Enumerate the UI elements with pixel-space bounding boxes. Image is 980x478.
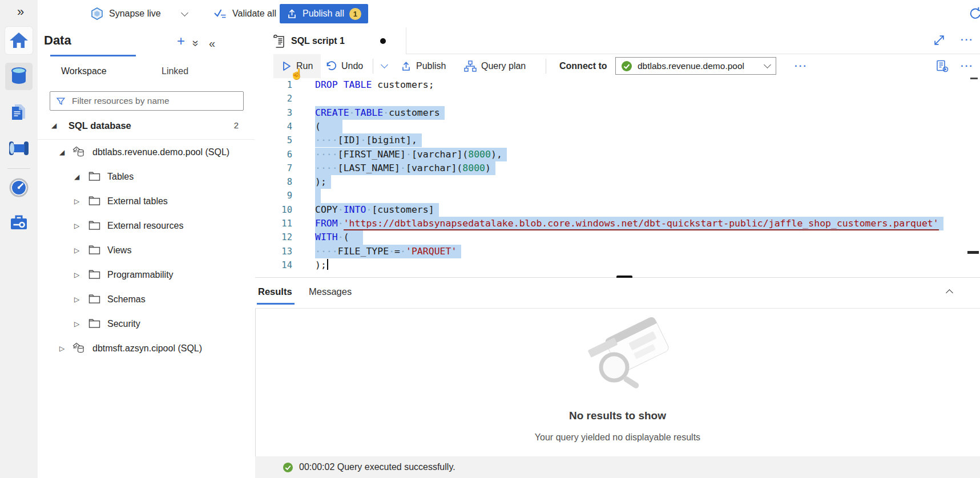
publish-icon <box>401 61 412 72</box>
code-line-8[interactable]: ); <box>315 175 331 189</box>
twisty-collapsed-icon[interactable]: ▷ <box>74 222 79 230</box>
line-number-12: 12 <box>255 230 292 244</box>
success-check-icon <box>283 462 293 473</box>
tree-item-label: dbtmsft.azsyn.cipool (SQL) <box>92 343 202 354</box>
tree-item-label: External tables <box>107 196 168 206</box>
tree-item-schemas[interactable]: ▷Schemas <box>38 289 255 313</box>
line-number-8: 8 <box>255 175 292 189</box>
twisty-expanded-icon[interactable]: ◢ <box>51 121 57 129</box>
tree-item-label: dbtlabs.revenue.demo.pool (SQL) <box>92 147 229 157</box>
twisty-collapsed-icon[interactable]: ▷ <box>74 320 79 328</box>
tree-item-count: 2 <box>234 120 239 130</box>
code-line-1[interactable]: DROP TABLE customers; <box>315 78 434 92</box>
collapse-results-button[interactable] <box>947 287 955 295</box>
tree-item-label: Schemas <box>107 294 146 305</box>
tree-item-programmability[interactable]: ▷Programmability <box>38 264 255 289</box>
tree-item-label: Programmability <box>107 270 174 280</box>
line-number-6: 6 <box>255 148 292 161</box>
line-number-2: 2 <box>255 92 292 106</box>
code-line-9[interactable] <box>315 189 321 202</box>
query-plan-button[interactable]: Query plan <box>464 54 526 78</box>
tab-more-actions[interactable]: ··· <box>961 34 974 46</box>
line-number-1: 1 <box>255 78 292 92</box>
line-number-5: 5 <box>255 133 292 147</box>
line-number-4: 4 <box>255 120 292 133</box>
code-line-11[interactable]: FROM·'https://dbtlabsynapsedatalake.blob… <box>315 217 943 230</box>
publish-label: Publish <box>416 61 446 71</box>
sql-pool-icon <box>72 342 86 354</box>
undo-button[interactable]: Undo <box>325 54 363 78</box>
twisty-collapsed-icon[interactable]: ▷ <box>74 197 79 205</box>
connect-to-label: Connect to <box>559 61 607 71</box>
unsaved-changes-dot <box>380 38 386 44</box>
editor-tab-title: SQL script 1 <box>291 36 345 46</box>
tree-item-label: External resources <box>107 221 183 231</box>
toolbar-divider <box>546 59 546 74</box>
line-number-13: 13 <box>255 245 292 258</box>
folder-icon <box>88 294 100 304</box>
code-line-13[interactable]: ····FILE_TYPE·=·'PARQUET' <box>315 245 461 258</box>
code-line-14[interactable]: ); <box>315 258 328 272</box>
code-line-5[interactable]: ····[ID]·[bigint], <box>315 133 422 147</box>
line-number-9: 9 <box>255 189 292 202</box>
twisty-expanded-icon[interactable]: ◢ <box>74 173 79 181</box>
undo-icon <box>325 61 337 72</box>
sql-pool-icon <box>72 145 86 158</box>
tree-item-label: SQL database <box>68 120 131 131</box>
tree-item-tables[interactable]: ◢Tables <box>38 166 255 191</box>
tree-item-dbtmsft-azsyn-cipool-sql[interactable]: ▷dbtmsft.azsyn.cipool (SQL) <box>38 338 255 362</box>
line-number-11: 11 <box>255 217 292 230</box>
code-line-3[interactable]: CREATE·TABLE·customers <box>315 106 445 120</box>
twisty-collapsed-icon[interactable]: ▷ <box>74 271 79 279</box>
maximize-editor-button[interactable] <box>933 34 945 48</box>
undo-label: Undo <box>341 61 363 71</box>
query-plan-icon <box>464 60 477 72</box>
toolbar-more-actions[interactable]: ··· <box>961 60 974 72</box>
twisty-expanded-icon[interactable]: ◢ <box>59 148 64 156</box>
overview-ruler-cursor-mark <box>967 251 979 254</box>
run-options-chevron-icon[interactable] <box>381 61 388 68</box>
sql-script-icon <box>273 34 285 48</box>
connect-to-dropdown[interactable]: dbtlabs.revenue.demo.pool <box>615 57 776 75</box>
twisty-collapsed-icon[interactable]: ▷ <box>74 246 79 254</box>
properties-list-gear-icon <box>935 59 949 73</box>
query-status-bar: 00:00:02 Query executed successfully. <box>255 456 980 478</box>
tab-messages[interactable]: Messages <box>309 286 352 297</box>
tree-item-views[interactable]: ▷Views <box>38 240 255 264</box>
tree-item-external-resources[interactable]: ▷External resources <box>38 215 255 240</box>
tree-item-external-tables[interactable]: ▷External tables <box>38 191 255 215</box>
query-plan-label: Query plan <box>481 61 526 71</box>
expand-diagonal-icon <box>933 34 945 46</box>
tree-item-label: Security <box>107 319 140 329</box>
twisty-collapsed-icon[interactable]: ▷ <box>59 345 64 353</box>
connected-pool-name: dbtlabs.revenue.demo.pool <box>638 61 744 71</box>
tree-item-security[interactable]: ▷Security <box>38 313 255 338</box>
twisty-collapsed-icon[interactable]: ▷ <box>74 295 79 303</box>
pool-chevron-down-icon <box>764 61 771 68</box>
results-active-underline <box>257 303 295 305</box>
properties-button[interactable] <box>935 59 949 75</box>
code-line-4[interactable]: ( <box>315 120 342 133</box>
mouse-hand-cursor: ☝ <box>290 67 304 80</box>
tab-sql-script-1[interactable]: SQL script 1 <box>255 27 406 54</box>
line-number-7: 7 <box>255 161 292 175</box>
connect-more-actions[interactable]: ··· <box>795 60 808 72</box>
folder-icon <box>88 196 100 206</box>
tree-item-dbtlabs-revenue-demo-pool-sql[interactable]: ◢dbtlabs.revenue.demo.pool (SQL) <box>38 141 255 166</box>
toolbar-divider <box>373 59 373 74</box>
code-line-12[interactable]: WITH·( <box>315 230 363 244</box>
tree-item-sql-database[interactable]: ◢SQL database2 <box>38 115 255 140</box>
folder-icon <box>88 220 100 230</box>
code-line-10[interactable]: COPY·INTO·[customers] <box>315 203 439 217</box>
editor-tab-bar: SQL script 1 ··· <box>255 27 980 54</box>
code-line-6[interactable]: ····[FIRST_NAME]·[varchar](8000), <box>315 148 507 161</box>
empty-results-title: No results to show <box>255 410 980 422</box>
folder-icon <box>88 245 100 255</box>
folder-icon <box>88 171 100 181</box>
connected-check-icon <box>621 60 632 72</box>
results-tab-bar: Results Messages <box>255 278 980 309</box>
tree-item-label: Tables <box>107 172 134 182</box>
tab-results[interactable]: Results <box>258 286 292 297</box>
publish-button[interactable]: Publish <box>401 54 446 78</box>
code-line-7[interactable]: ····[LAST_NAME]·[varchar](8000) <box>315 161 495 175</box>
